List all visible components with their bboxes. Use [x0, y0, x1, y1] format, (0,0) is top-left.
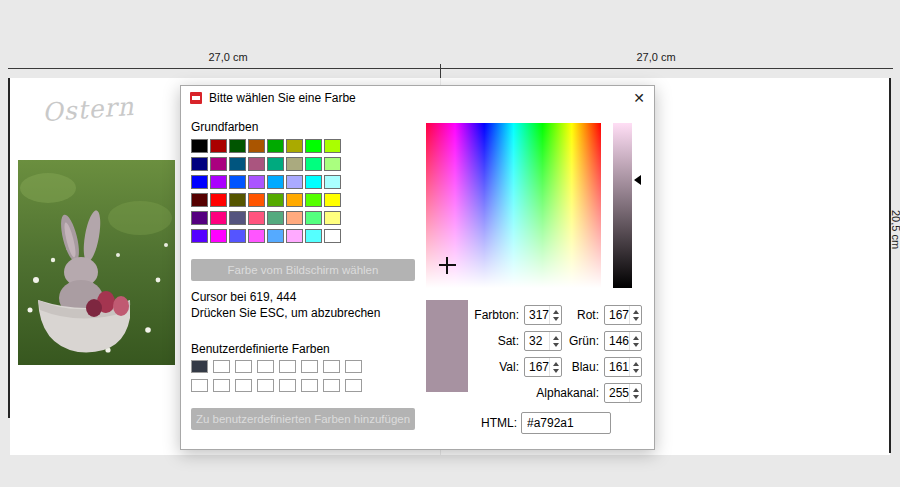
- spin-up-icon[interactable]: [633, 362, 639, 366]
- basic-color-swatch[interactable]: [229, 139, 246, 153]
- basic-color-swatch[interactable]: [267, 211, 284, 225]
- val-spin-arrows[interactable]: [549, 358, 561, 376]
- red-value[interactable]: 167: [605, 306, 629, 324]
- spin-down-icon[interactable]: [633, 317, 639, 321]
- hue-spinbox[interactable]: 317: [524, 305, 562, 325]
- custom-color-swatch[interactable]: [323, 360, 340, 373]
- val-value[interactable]: 167: [525, 358, 549, 376]
- custom-color-swatch[interactable]: [345, 360, 362, 373]
- hue-value[interactable]: 317: [525, 306, 549, 324]
- basic-color-swatch[interactable]: [210, 193, 227, 207]
- basic-color-swatch[interactable]: [305, 229, 322, 243]
- custom-color-swatch[interactable]: [279, 379, 296, 392]
- basic-color-swatch[interactable]: [305, 211, 322, 225]
- basic-color-swatch[interactable]: [324, 211, 341, 225]
- dialog-titlebar[interactable]: Bitte wählen Sie eine Farbe ✕: [181, 86, 654, 110]
- blue-value[interactable]: 161: [605, 358, 629, 376]
- basic-color-swatch[interactable]: [286, 211, 303, 225]
- red-spinbox[interactable]: 167: [604, 305, 642, 325]
- basic-color-swatch[interactable]: [191, 139, 208, 153]
- basic-color-swatch[interactable]: [229, 211, 246, 225]
- spin-up-icon[interactable]: [553, 336, 559, 340]
- basic-color-swatch[interactable]: [267, 157, 284, 171]
- custom-color-swatch[interactable]: [213, 379, 230, 392]
- hue-spin-arrows[interactable]: [549, 306, 561, 324]
- spin-down-icon[interactable]: [633, 369, 639, 373]
- blue-spinbox[interactable]: 161: [604, 357, 642, 377]
- pick-screen-color-button[interactable]: Farbe vom Bildschirm wählen: [191, 259, 415, 281]
- picker-crosshair-icon[interactable]: [439, 257, 456, 274]
- custom-color-swatch[interactable]: [191, 360, 208, 373]
- basic-color-swatch[interactable]: [210, 139, 227, 153]
- basic-color-swatch[interactable]: [248, 229, 265, 243]
- basic-color-swatch[interactable]: [305, 139, 322, 153]
- basic-color-swatch[interactable]: [210, 211, 227, 225]
- custom-color-swatch[interactable]: [301, 360, 318, 373]
- basic-color-swatch[interactable]: [191, 193, 208, 207]
- easter-photo[interactable]: [18, 160, 175, 365]
- custom-color-swatch[interactable]: [323, 379, 340, 392]
- basic-color-swatch[interactable]: [210, 229, 227, 243]
- basic-color-swatch[interactable]: [191, 157, 208, 171]
- spin-up-icon[interactable]: [633, 310, 639, 314]
- spin-down-icon[interactable]: [553, 317, 559, 321]
- custom-color-swatch[interactable]: [257, 379, 274, 392]
- basic-color-swatch[interactable]: [229, 193, 246, 207]
- spin-up-icon[interactable]: [633, 336, 639, 340]
- sat-spin-arrows[interactable]: [549, 332, 561, 350]
- basic-color-swatch[interactable]: [229, 229, 246, 243]
- basic-color-swatch[interactable]: [324, 139, 341, 153]
- custom-color-swatch[interactable]: [301, 379, 318, 392]
- basic-color-swatch[interactable]: [248, 139, 265, 153]
- basic-color-swatch[interactable]: [286, 175, 303, 189]
- green-spinbox[interactable]: 146: [604, 331, 642, 351]
- spin-up-icon[interactable]: [553, 362, 559, 366]
- basic-color-swatch[interactable]: [210, 157, 227, 171]
- spin-up-icon[interactable]: [553, 310, 559, 314]
- val-spinbox[interactable]: 167: [524, 357, 562, 377]
- blue-spin-arrows[interactable]: [629, 358, 641, 376]
- spin-down-icon[interactable]: [633, 343, 639, 347]
- basic-color-swatch[interactable]: [191, 229, 208, 243]
- value-slider[interactable]: [613, 123, 632, 288]
- custom-color-swatch[interactable]: [345, 379, 362, 392]
- basic-color-swatch[interactable]: [267, 175, 284, 189]
- basic-color-swatch[interactable]: [229, 157, 246, 171]
- spin-down-icon[interactable]: [553, 369, 559, 373]
- basic-color-swatch[interactable]: [286, 193, 303, 207]
- spin-down-icon[interactable]: [553, 343, 559, 347]
- basic-color-swatch[interactable]: [248, 175, 265, 189]
- green-value[interactable]: 146: [605, 332, 629, 350]
- basic-color-swatch[interactable]: [267, 139, 284, 153]
- custom-color-swatch[interactable]: [279, 360, 296, 373]
- custom-color-swatch[interactable]: [235, 360, 252, 373]
- add-to-custom-colors-button[interactable]: Zu benutzerdefinierten Farben hinzufügen: [191, 408, 415, 430]
- basic-color-swatch[interactable]: [191, 211, 208, 225]
- basic-color-swatch[interactable]: [305, 193, 322, 207]
- basic-color-swatch[interactable]: [267, 193, 284, 207]
- red-spin-arrows[interactable]: [629, 306, 641, 324]
- basic-color-swatch[interactable]: [191, 175, 208, 189]
- close-icon[interactable]: ✕: [633, 91, 645, 105]
- alpha-spin-arrows[interactable]: [629, 384, 641, 402]
- basic-color-swatch[interactable]: [286, 157, 303, 171]
- basic-color-swatch[interactable]: [324, 193, 341, 207]
- hue-saturation-picker[interactable]: [426, 123, 601, 288]
- basic-color-swatch[interactable]: [324, 175, 341, 189]
- basic-color-swatch[interactable]: [286, 139, 303, 153]
- basic-color-swatch[interactable]: [305, 175, 322, 189]
- value-slider-handle-icon[interactable]: [634, 175, 641, 185]
- custom-color-swatch[interactable]: [235, 379, 252, 392]
- basic-color-swatch[interactable]: [305, 157, 322, 171]
- basic-color-swatch[interactable]: [286, 229, 303, 243]
- basic-color-swatch[interactable]: [229, 175, 246, 189]
- basic-color-swatch[interactable]: [248, 193, 265, 207]
- spin-down-icon[interactable]: [633, 395, 639, 399]
- alpha-spinbox[interactable]: 255: [604, 383, 642, 403]
- basic-color-swatch[interactable]: [210, 175, 227, 189]
- sat-value[interactable]: 32: [525, 332, 549, 350]
- green-spin-arrows[interactable]: [629, 332, 641, 350]
- sat-spinbox[interactable]: 32: [524, 331, 562, 351]
- basic-color-swatch[interactable]: [267, 229, 284, 243]
- alpha-value[interactable]: 255: [605, 384, 629, 402]
